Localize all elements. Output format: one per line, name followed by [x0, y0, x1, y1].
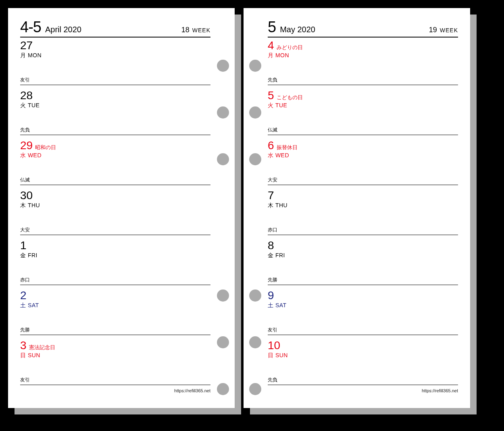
- binder-hole-icon: [249, 60, 261, 72]
- day-cell: 29昭和の日水 WED仏滅: [20, 137, 210, 187]
- rokuyo-label: 友引: [20, 377, 30, 383]
- day-of-week: 火 TUE: [20, 102, 210, 109]
- day-number: 3: [20, 339, 27, 352]
- day-of-week: 月 MON: [20, 52, 210, 59]
- day-of-week: 土 SAT: [268, 302, 458, 309]
- day-of-week: 水 WED: [268, 152, 458, 159]
- day-of-week: 金 FRI: [20, 252, 210, 259]
- day-number: 4: [268, 39, 274, 52]
- day-cell: 30木 THU大安: [20, 187, 210, 237]
- page-header: 4-5 April 2020 18 WEEK: [20, 19, 210, 37]
- day-number: 27: [20, 39, 33, 52]
- planner-spread: 4-5 April 2020 18 WEEK 27月 MON友引28火 TUE先…: [0, 0, 504, 431]
- day-number: 9: [268, 289, 274, 302]
- day-of-week: 土 SAT: [20, 302, 210, 309]
- day-of-week: 木 THU: [20, 202, 210, 209]
- binder-hole-icon: [217, 289, 229, 302]
- holiday-name: 昭和の日: [35, 144, 56, 150]
- month-label: April 2020: [45, 25, 81, 34]
- binder-hole-icon: [249, 336, 261, 348]
- day-cell: 4みどりの日月 MON先負: [268, 37, 458, 87]
- day-number: 7: [268, 189, 274, 202]
- binder-hole-icon: [249, 289, 261, 302]
- binder-hole-icon: [249, 106, 261, 119]
- rokuyo-label: 仏滅: [268, 127, 277, 133]
- day-of-week: 火 TUE: [268, 102, 458, 109]
- day-number: 29: [20, 139, 33, 152]
- day-cell: 1金 FRI赤口: [20, 237, 210, 287]
- planner-page-right: 5 May 2020 19 WEEK 4みどりの日月 MON先負5こどもの日火 …: [244, 8, 470, 408]
- rokuyo-label: 友引: [20, 77, 30, 83]
- page-header: 5 May 2020 19 WEEK: [268, 19, 458, 37]
- day-number: 10: [268, 339, 280, 352]
- day-number: 8: [268, 239, 274, 252]
- day-cell: 3憲法記念日日 SUN友引: [20, 337, 210, 387]
- week-label: WEEK: [440, 27, 458, 33]
- binder-hole-icon: [249, 153, 261, 165]
- day-of-week: 日 SUN: [268, 352, 458, 359]
- day-cell: 28火 TUE先負: [20, 87, 210, 137]
- month-number: 5: [268, 19, 276, 36]
- holiday-name: 憲法記念日: [29, 344, 55, 350]
- rokuyo-label: 大安: [268, 177, 277, 183]
- footer-url: https://refill365.net: [20, 388, 210, 393]
- binder-holes: [248, 8, 262, 408]
- day-cell: 5こどもの日火 TUE仏滅: [268, 87, 458, 137]
- binder-hole-icon: [249, 383, 261, 395]
- week-number: 19 WEEK: [429, 26, 458, 34]
- rokuyo-label: 先負: [268, 377, 277, 383]
- day-number: 30: [20, 189, 33, 202]
- month-number: 4-5: [20, 19, 41, 36]
- day-of-week: 日 SUN: [20, 352, 210, 359]
- rokuyo-label: 赤口: [20, 277, 30, 283]
- day-of-week: 木 THU: [268, 202, 458, 209]
- day-of-week: 金 FRI: [268, 252, 458, 259]
- days-list: 27月 MON友引28火 TUE先負29昭和の日水 WED仏滅30木 THU大安…: [20, 37, 210, 387]
- day-cell: 9土 SAT友引: [268, 287, 458, 337]
- holiday-name: 振替休日: [277, 144, 298, 150]
- rokuyo-label: 先負: [268, 77, 277, 83]
- day-cell: 7木 THU赤口: [268, 187, 458, 237]
- rokuyo-label: 友引: [268, 327, 277, 333]
- day-number: 1: [20, 239, 27, 252]
- rokuyo-label: 仏滅: [20, 177, 30, 183]
- rokuyo-label: 赤口: [268, 227, 277, 233]
- binder-hole-icon: [217, 383, 229, 395]
- week-label: WEEK: [192, 27, 210, 33]
- binder-holes: [216, 8, 230, 408]
- binder-hole-icon: [217, 60, 229, 72]
- holiday-name: こどもの日: [277, 94, 303, 100]
- rokuyo-label: 先勝: [268, 277, 277, 283]
- month-label: May 2020: [280, 25, 315, 34]
- day-number: 28: [20, 89, 33, 102]
- day-cell: 2土 SAT先勝: [20, 287, 210, 337]
- day-number: 6: [268, 139, 274, 152]
- day-cell: 10日 SUN先負: [268, 337, 458, 387]
- week-num-value: 19: [429, 26, 437, 34]
- rokuyo-label: 先勝: [20, 327, 30, 333]
- planner-page-left: 4-5 April 2020 18 WEEK 27月 MON友引28火 TUE先…: [8, 8, 235, 408]
- rokuyo-label: 大安: [20, 227, 30, 233]
- day-cell: 27月 MON友引: [20, 37, 210, 87]
- day-number: 5: [268, 89, 274, 102]
- week-number: 18 WEEK: [181, 26, 210, 34]
- day-of-week: 水 WED: [20, 152, 210, 159]
- days-list: 4みどりの日月 MON先負5こどもの日火 TUE仏滅6振替休日水 WED大安7木…: [268, 37, 458, 387]
- day-cell: 8金 FRI先勝: [268, 237, 458, 287]
- binder-hole-icon: [217, 106, 229, 119]
- day-number: 2: [20, 289, 27, 302]
- holiday-name: みどりの日: [277, 44, 303, 50]
- binder-hole-icon: [217, 336, 229, 348]
- day-cell: 6振替休日水 WED大安: [268, 137, 458, 187]
- day-of-week: 月 MON: [268, 52, 458, 59]
- week-num-value: 18: [181, 26, 190, 34]
- binder-hole-icon: [217, 153, 229, 165]
- footer-url: https://refill365.net: [268, 388, 458, 393]
- rokuyo-label: 先負: [20, 127, 30, 133]
